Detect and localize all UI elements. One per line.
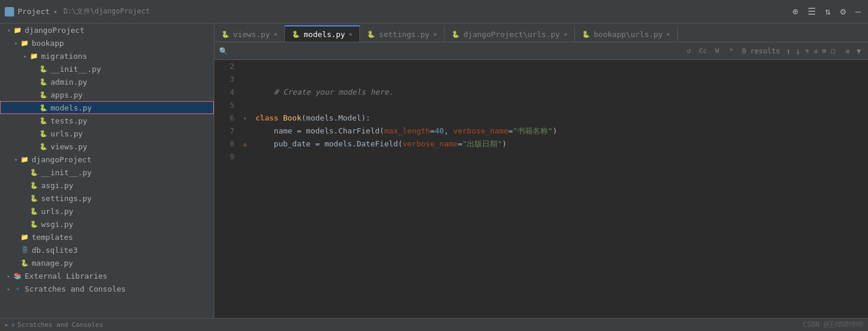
file-icon-asgi-py: 🐍 [29,180,39,190]
project-label[interactable]: Project [18,7,50,16]
fold-4 [239,86,251,99]
tab-label-bookapp-urls: bookapp\urls.py [594,30,662,39]
sidebar-item-admin-py[interactable]: 🐍admin.py [0,75,214,88]
token: pub_date [255,138,315,151]
sidebar-item-tests-py[interactable]: 🐍tests.py [0,114,214,127]
fold-6[interactable]: ▾ [239,112,251,125]
new-file-btn[interactable]: ⊕ [790,5,800,18]
arrow-bookapp[interactable] [12,39,20,47]
file-icon-scratches-consoles: ⚡ [13,284,22,293]
search-opt-word[interactable]: W [711,45,723,57]
tab-settings[interactable]: 🐍settings.py× [360,25,445,42]
settings-btn[interactable]: ⚙ [838,5,849,18]
sidebar-item-bookapp[interactable]: 📁bookapp [0,36,214,49]
split-btn[interactable]: ⇅ [823,5,833,18]
token [255,86,274,99]
arrow-scratches-consoles[interactable] [5,285,13,293]
tab-django-urls[interactable]: 🐍djangoProject\urls.py× [445,25,575,42]
token: verbose_name [402,138,457,151]
sidebar-item-init-django[interactable]: 🐍__init__.py [0,166,214,179]
fold-gutter: ▾⚠ [239,60,251,318]
sidebar-item-scratches-consoles[interactable]: ⚡Scratches and Consoles [0,282,214,295]
item-label-migrations: migrations [41,52,211,61]
sidebar-item-templates[interactable]: 📁templates [0,230,214,243]
token: ): [361,112,371,125]
bottom-left: ▸ ⚡ Scratches and Consoles [5,321,103,329]
scratches-arrow[interactable]: ▸ [5,321,9,329]
line-number-3: 3 [217,73,234,86]
tab-label-models: models.py [304,30,345,39]
code-content[interactable]: # Create your models here.class Book(mod… [251,60,868,318]
sidebar-item-models-py[interactable]: 🐍models.py [0,101,214,114]
search-nav-3[interactable]: ⊞ [821,47,827,55]
token: class [255,112,283,125]
sidebar-item-manage-py[interactable]: 🐍manage.py [0,256,214,269]
search-next-btn[interactable]: ↓ [795,46,802,56]
sidebar-item-wsgi-py[interactable]: 🐍wsgi.py [0,218,214,230]
tab-bookapp-urls[interactable]: 🐍bookapp\urls.py× [575,25,678,42]
item-label-djangoproject-folder: djangoProject [32,155,211,164]
tab-models[interactable]: 🐍models.py× [285,25,360,42]
search-opt-refresh[interactable]: ↺ [683,45,695,57]
sidebar-item-settings-py[interactable]: 🐍settings.py [0,192,214,205]
tab-close-models[interactable]: × [349,31,353,38]
search-nav: ↑ ↓ ⇈ ⇊ ⊞ □ [785,46,836,56]
sidebar-item-views-py[interactable]: 🐍views.py [0,140,214,153]
fold-7 [239,125,251,138]
item-label-db-sqlite3: db.sqlite3 [32,246,211,255]
tab-close-views[interactable]: × [274,31,278,38]
dropdown-arrow[interactable]: ▾ [53,8,58,16]
sidebar-item-djangoproject-folder[interactable]: 📁djangoProject [0,153,214,166]
search-action-filter[interactable]: ▼ [854,46,863,56]
file-icon-manage-py: 🐍 [20,258,29,268]
tab-close-settings[interactable]: × [433,31,437,38]
token: models.DateField( [324,138,402,151]
tab-close-bookapp-urls[interactable]: × [666,31,670,38]
arrow-external-libraries[interactable] [5,272,13,280]
code-area: 23456789 ▾⚠ # Create your models here.cl… [214,60,868,318]
project-path: D:\文件\djangoProject [63,6,150,16]
token: max_length [384,125,430,138]
arrow-django-project-root[interactable] [5,26,13,34]
arrow-migrations[interactable] [21,52,29,60]
search-opt-regex[interactable]: * [725,45,737,57]
search-nav-4[interactable]: □ [830,47,836,55]
search-all-next-btn[interactable]: ⇊ [813,47,819,55]
sidebar-item-db-sqlite3[interactable]: 🗄db.sqlite3 [0,243,214,256]
item-label-apps-py: apps.py [51,91,211,99]
item-label-external-libraries: External Libraries [25,272,211,280]
arrow-djangoproject-folder[interactable] [12,155,20,163]
item-label-tests-py: tests.py [51,116,211,125]
bottom-scratches-label[interactable]: Scratches and Consoles [18,321,103,329]
code-line-8: pub_date = models.DateField(verbose_name… [255,138,868,151]
sidebar-item-apps-py[interactable]: 🐍apps.py [0,88,214,101]
sidebar-item-asgi-py[interactable]: 🐍asgi.py [0,179,214,192]
minimize-btn[interactable]: — [853,5,863,18]
fold-3 [239,73,251,86]
tab-views[interactable]: 🐍views.py× [214,25,285,42]
code-line-2 [255,60,868,73]
main-layout: 📁djangoProject📁bookapp📁migrations🐍__init… [0,24,868,318]
structure-btn[interactable]: ☰ [805,5,818,18]
sidebar-item-urls-bookapp[interactable]: 🐍urls.py [0,127,214,140]
sidebar-item-external-libraries[interactable]: 📚External Libraries [0,269,214,282]
sidebar-item-init-bookapp[interactable]: 🐍__init__.py [0,62,214,75]
search-icon[interactable]: 🔍 [219,47,228,55]
item-label-urls-bookapp: urls.py [51,129,211,138]
sidebar-item-django-project-root[interactable]: 📁djangoProject [0,24,214,36]
item-label-asgi-py: asgi.py [41,181,211,190]
item-label-templates: templates [32,233,211,242]
sidebar-item-urls-django[interactable]: 🐍urls.py [0,205,214,218]
sidebar-item-migrations[interactable]: 📁migrations [0,49,214,62]
line-number-7: 7 [217,125,234,138]
search-prev-btn[interactable]: ↑ [785,46,792,56]
file-icon-templates: 📁 [20,232,29,242]
tab-close-django-urls[interactable]: × [563,31,567,38]
search-all-prev-btn[interactable]: ⇈ [804,47,810,55]
token: , [444,125,453,138]
search-options: ↺ Cc W * [683,45,737,57]
search-action-lines[interactable]: ≡ [843,46,852,56]
search-opt-cc[interactable]: Cc [697,45,709,57]
file-icon-tests-py: 🐍 [39,116,48,125]
search-input[interactable] [233,45,678,57]
